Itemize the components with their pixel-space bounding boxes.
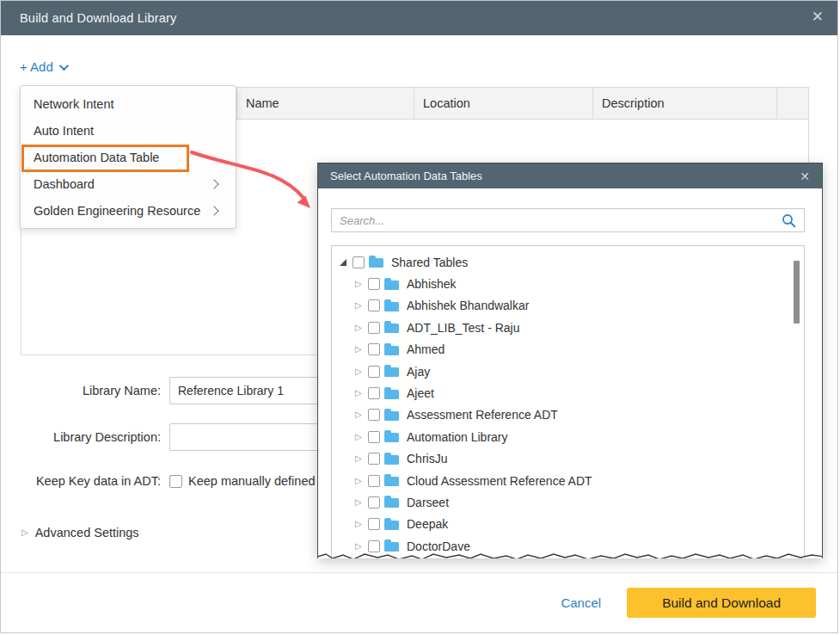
search-input[interactable] <box>332 214 782 227</box>
submenu-chevron-icon <box>209 179 218 188</box>
folder-icon <box>384 390 399 399</box>
search-icon[interactable] <box>782 213 796 228</box>
tree-node[interactable]: ▷ ChrisJu <box>332 448 804 470</box>
menu-item-golden-engineering-resource[interactable]: Golden Engineering Resource <box>21 197 236 224</box>
tree-node-label: Abhishek Bhandwalkar <box>407 299 529 312</box>
modal-close-icon[interactable]: ✕ <box>800 170 810 182</box>
dialog-titlebar: Build and Download Library ✕ <box>1 1 837 35</box>
collapse-triangle-icon[interactable] <box>340 259 346 266</box>
table-header-spacer <box>777 88 808 119</box>
advanced-settings-label: Advanced Settings <box>35 526 139 539</box>
tree-node[interactable]: ▷ Automation Library <box>332 426 804 447</box>
menu-item-automation-data-table[interactable]: Automation Data Table <box>21 144 236 170</box>
build-and-download-library-dialog: Build and Download Library ✕ + Add Name … <box>0 0 838 633</box>
tree-node[interactable]: ▷ Assessment Reference ADT <box>332 404 804 426</box>
tree-checkbox[interactable] <box>368 366 380 378</box>
expand-triangle-icon[interactable]: ▷ <box>355 367 363 376</box>
build-and-download-button[interactable]: Build and Download <box>627 588 816 618</box>
tree-node-label: Cloud Assessment Reference ADT <box>407 474 592 488</box>
keep-key-data-row: Keep Key data in ADT: Keep manually defi… <box>15 474 316 488</box>
expand-triangle-icon[interactable]: ▷ <box>355 454 363 463</box>
expand-triangle-icon[interactable]: ▷ <box>355 542 363 551</box>
expand-triangle-icon[interactable]: ▷ <box>355 280 363 288</box>
tree-checkbox[interactable] <box>368 431 380 443</box>
tree-node[interactable]: ▷ Abhishek <box>332 273 804 294</box>
expand-triangle-icon[interactable]: ▷ <box>355 345 363 354</box>
menu-item-network-intent[interactable]: Network Intent <box>21 90 236 117</box>
expand-triangle-icon[interactable]: ▷ <box>355 498 363 507</box>
tree-checkbox[interactable] <box>368 409 380 421</box>
advanced-settings-toggle[interactable]: ▷ Advanced Settings <box>21 526 139 539</box>
tree-checkbox[interactable] <box>368 343 380 355</box>
tree-checkbox[interactable] <box>368 387 380 399</box>
table-header-description[interactable]: Description <box>593 88 777 119</box>
tree-node-label: Automation Library <box>407 430 508 444</box>
tree-node-label: Shared Tables <box>391 256 468 269</box>
table-header-location[interactable]: Location <box>414 88 593 119</box>
modal-title: Select Automation Data Tables <box>318 170 482 182</box>
menu-item-label: Network Intent <box>34 97 114 111</box>
tree-checkbox[interactable] <box>368 475 380 487</box>
tree-node-label: DoctorDave <box>407 539 470 553</box>
keep-key-checkbox[interactable] <box>169 475 182 488</box>
tree-checkbox[interactable] <box>368 496 380 509</box>
tree-node-shared-tables[interactable]: Shared Tables <box>332 251 804 273</box>
keep-key-checkbox-label: Keep manually defined <box>188 474 316 488</box>
tree-checkbox[interactable] <box>368 540 380 552</box>
library-description-label: Library Description: <box>15 430 161 444</box>
tree-node[interactable]: ▷ Ajeet <box>332 382 804 404</box>
folder-icon <box>384 542 399 552</box>
tree-checkbox[interactable] <box>368 453 380 465</box>
tree-checkbox[interactable] <box>368 299 380 311</box>
folder-icon <box>384 281 399 290</box>
tree-node[interactable]: ▷ DoctorDave <box>332 535 804 557</box>
expand-triangle-icon[interactable]: ▷ <box>355 477 363 485</box>
tree-checkbox[interactable] <box>368 518 380 530</box>
library-name-label: Library Name: <box>15 384 161 398</box>
add-button[interactable]: + Add <box>20 59 66 74</box>
submenu-chevron-icon <box>209 206 218 215</box>
tree-node[interactable]: ▷ Cloud Assessment Reference ADT <box>332 470 804 491</box>
tree-scrollbar-thumb[interactable] <box>794 261 800 324</box>
tree-node-label: Ahmed <box>407 342 445 356</box>
expand-triangle-icon[interactable]: ▷ <box>355 301 363 310</box>
expand-triangle-icon[interactable]: ▷ <box>355 520 363 528</box>
folder-icon <box>384 477 399 486</box>
folder-icon <box>384 455 399 465</box>
tree-node[interactable]: ▷ Darseet <box>332 491 804 513</box>
tree-node[interactable]: ▷ Deepak <box>332 514 804 535</box>
tree-node[interactable]: ▷ Ajay <box>332 361 804 382</box>
search-box <box>331 208 805 232</box>
tree-checkbox[interactable] <box>368 278 380 290</box>
menu-item-auto-intent[interactable]: Auto Intent <box>21 117 236 144</box>
tree-node-label: ChrisJu <box>407 452 447 465</box>
tree-node-label: Abhishek <box>407 277 457 291</box>
tree-node[interactable]: ▷ <box>332 557 804 558</box>
expand-triangle-icon[interactable]: ▷ <box>355 389 363 398</box>
cancel-button[interactable]: Cancel <box>561 595 601 610</box>
table-header-name[interactable]: Name <box>237 88 414 119</box>
tree-node[interactable]: ▷ Ahmed <box>332 339 804 361</box>
folder-icon <box>384 324 399 333</box>
folder-icon <box>384 411 399 421</box>
expand-triangle-icon: ▷ <box>21 528 28 537</box>
tree-node[interactable]: ▷ ADT_LIB_Test - Raju <box>332 317 804 338</box>
menu-item-label: Dashboard <box>34 177 95 191</box>
menu-item-dashboard[interactable]: Dashboard <box>21 170 236 197</box>
tree-node[interactable]: ▷ Abhishek Bhandwalkar <box>332 295 804 317</box>
tree-checkbox[interactable] <box>353 256 365 268</box>
tree-children-list: ▷ Abhishek ▷ Abhishek Bhandwalkar ▷ ADT_… <box>332 273 804 558</box>
expand-triangle-icon[interactable]: ▷ <box>355 433 363 441</box>
folder-icon <box>384 367 399 377</box>
folder-icon <box>369 258 383 268</box>
add-button-label: + Add <box>20 59 53 74</box>
modal-titlebar: Select Automation Data Tables ✕ <box>318 163 822 188</box>
expand-triangle-icon[interactable]: ▷ <box>355 324 363 332</box>
expand-triangle-icon[interactable]: ▷ <box>355 410 363 419</box>
folder-icon <box>384 302 399 311</box>
select-automation-data-tables-modal: Select Automation Data Tables ✕ Shared T… <box>317 163 823 558</box>
folder-icon <box>384 498 399 508</box>
tree-checkbox[interactable] <box>368 322 380 334</box>
dialog-footer: Cancel Build and Download <box>1 572 837 632</box>
close-icon[interactable]: ✕ <box>812 9 824 24</box>
